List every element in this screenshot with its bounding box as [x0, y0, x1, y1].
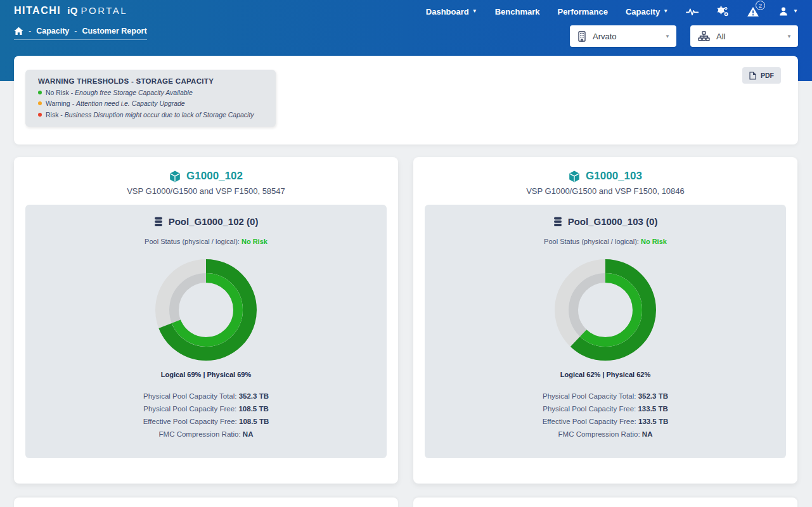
chevron-down-icon: ▼	[787, 34, 792, 39]
legend-item-no-risk: No Risk - Enough free Storage Capacity A…	[38, 89, 264, 96]
database-icon	[553, 217, 562, 227]
donut-label: Logical 69% | Physical 69%	[25, 371, 387, 378]
stat-row: FMC Compression Ratio: NA	[25, 430, 387, 443]
card-title: G1000_102	[14, 170, 398, 183]
hitachi-logo: HITACHI	[14, 5, 61, 16]
nav-dashboard[interactable]: Dashboard ▼	[426, 7, 477, 16]
cube-icon	[569, 170, 580, 183]
card-subtitle: VSP G1000/G1500 and VSP F1500, 10846	[413, 186, 797, 196]
nav-benchmark[interactable]: Benchmark	[495, 7, 540, 16]
sitemap-icon	[698, 31, 710, 41]
chevron-down-icon: ▼	[472, 9, 477, 14]
legend-title: WARNING THRESHOLDS - STORAGE CAPACITY	[38, 77, 264, 85]
stat-row: FMC Compression Ratio: NA	[425, 430, 786, 443]
stat-row: Physical Pool Capacity Total: 352.3 TB	[425, 392, 786, 405]
next-row-card	[413, 497, 797, 507]
customer-select[interactable]: Arvato ▼	[570, 25, 676, 47]
status-badge: No Risk	[242, 238, 267, 245]
pool-status: Pool Status (physical / logical): No Ris…	[425, 238, 786, 245]
user-icon	[777, 5, 790, 18]
chevron-down-icon: ▼	[793, 9, 798, 14]
orange-dot-icon	[38, 101, 42, 105]
next-row-card	[14, 497, 398, 507]
building-icon	[577, 31, 586, 42]
breadcrumb-capacity[interactable]: Capacity	[36, 27, 69, 35]
stat-row: Effective Pool Capacity Free: 108.5 TB	[25, 418, 387, 430]
pool-stats: Physical Pool Capacity Total: 352.3 TB P…	[425, 392, 786, 443]
storage-card-g1000-102: G1000_102 VSP G1000/G1500 and VSP F1500,…	[14, 157, 398, 484]
nav-links: Dashboard ▼ Benchmark Performance Capaci…	[426, 0, 798, 23]
storage-card-g1000-103: G1000_103 VSP G1000/G1500 and VSP F1500,…	[413, 157, 797, 484]
user-menu[interactable]: ▼	[777, 5, 798, 18]
pool-panel: Pool_G1000_103 (0) Pool Status (physical…	[425, 205, 786, 458]
stat-row: Effective Pool Capacity Free: 133.5 TB	[425, 418, 786, 430]
donut-label: Logical 62% | Physical 62%	[425, 371, 786, 378]
card-title: G1000_103	[413, 170, 797, 183]
pdf-file-icon	[749, 72, 756, 80]
report-header-panel: WARNING THRESHOLDS - STORAGE CAPACITY No…	[14, 56, 798, 144]
scope-select[interactable]: All ▼	[690, 25, 798, 47]
legend-item-risk: Risk - Business Disruption might occur d…	[38, 111, 264, 119]
pool-title: Pool_G1000_103 (0)	[425, 216, 786, 227]
cogs-icon[interactable]	[716, 5, 729, 18]
iq-portal-logo: iQ PORTAL	[67, 5, 127, 16]
customer-select-value: Arvato	[593, 32, 665, 41]
scope-select-value: All	[716, 32, 787, 41]
breadcrumb-customer-report[interactable]: Customer Report	[82, 27, 146, 35]
breadcrumb: - Capacity - Customer Report	[14, 27, 147, 40]
nav-capacity[interactable]: Capacity ▼	[626, 7, 668, 16]
legend-item-warning: Warning - Attention need i.e. Capacity U…	[38, 99, 264, 107]
chevron-down-icon: ▼	[663, 9, 668, 14]
stat-row: Physical Pool Capacity Free: 108.5 TB	[25, 405, 387, 418]
cube-icon	[169, 170, 181, 183]
green-dot-icon	[38, 91, 42, 94]
brand-logo: HITACHI iQ PORTAL	[14, 5, 127, 16]
pool-status: Pool Status (physical / logical): No Ris…	[25, 238, 387, 245]
stat-row: Physical Pool Capacity Free: 133.5 TB	[425, 405, 786, 418]
card-subtitle: VSP G1000/G1500 and VSP F1500, 58547	[14, 186, 398, 196]
pool-stats: Physical Pool Capacity Total: 352.3 TB P…	[25, 392, 387, 443]
capacity-donut-chart	[155, 259, 257, 361]
alerts-icon[interactable]: 2	[747, 5, 759, 18]
stat-row: Physical Pool Capacity Total: 352.3 TB	[25, 392, 387, 405]
capacity-donut-chart	[555, 259, 656, 361]
pdf-export-button[interactable]: PDF	[742, 67, 781, 84]
warning-thresholds-legend: WARNING THRESHOLDS - STORAGE CAPACITY No…	[25, 70, 276, 127]
activity-icon[interactable]	[686, 5, 699, 18]
alert-count-badge: 2	[756, 1, 765, 10]
pool-panel: Pool_G1000_102 (0) Pool Status (physical…	[25, 205, 387, 458]
status-badge: No Risk	[641, 238, 667, 245]
nav-performance[interactable]: Performance	[557, 7, 607, 16]
home-icon[interactable]	[14, 27, 23, 35]
database-icon	[154, 217, 163, 227]
red-dot-icon	[38, 113, 42, 117]
pool-title: Pool_G1000_102 (0)	[25, 216, 387, 227]
chevron-down-icon: ▼	[665, 34, 670, 39]
top-nav: HITACHI iQ PORTAL Dashboard ▼ Benchmark …	[0, 0, 812, 23]
